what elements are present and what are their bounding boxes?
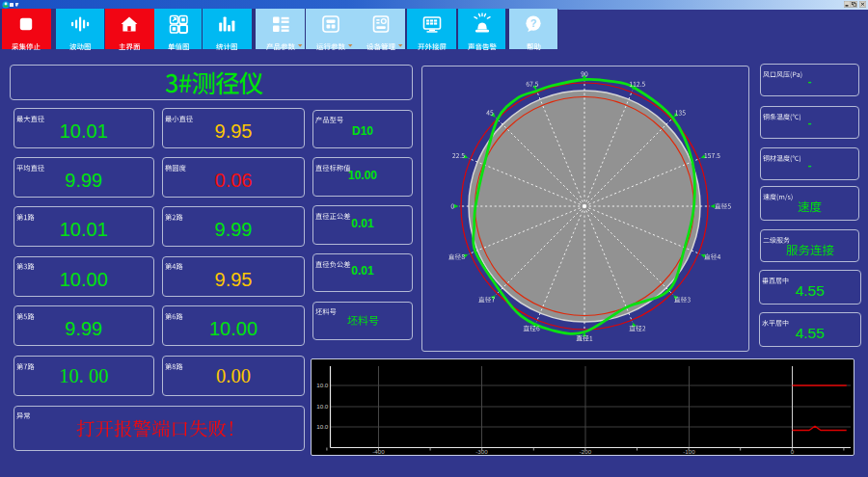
svg-text:-200: -200 [580, 447, 592, 454]
svg-text:-300: -300 [475, 447, 488, 454]
svg-text:-400: -400 [372, 447, 385, 454]
svg-text:10.0: 10.0 [316, 403, 329, 410]
svg-text:10.0: 10.0 [316, 382, 329, 388]
svg-text:10.0: 10.0 [316, 423, 329, 430]
svg-text:0: 0 [791, 447, 795, 454]
svg-text:?: ? [530, 17, 537, 29]
svg-text:-100: -100 [683, 447, 695, 454]
